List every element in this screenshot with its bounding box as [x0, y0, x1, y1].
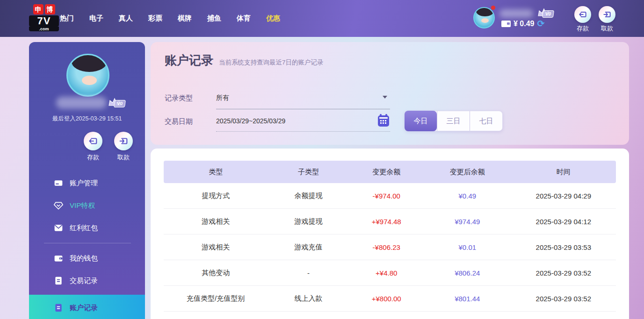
user-avatar[interactable]: [473, 7, 495, 28]
cell-subtype: -: [268, 269, 349, 277]
deposit-icon: [88, 136, 98, 146]
document-icon: [54, 303, 63, 312]
nav-item-sports[interactable]: 体育: [237, 14, 251, 23]
sidebar-item-transaction-records[interactable]: 交易记录: [29, 269, 145, 292]
range-button-3days[interactable]: 三日: [437, 111, 470, 131]
cell-change: +¥800.00: [349, 295, 424, 303]
wallet-icon: [54, 254, 63, 263]
cell-subtype: 游戏充值: [268, 243, 349, 252]
col-header-subtype: 子类型: [268, 168, 349, 177]
nav-item-slots[interactable]: 电子: [89, 14, 103, 23]
records-table-card: 类型 子类型 变更余额 变更后余额 时间 提现方式 余额提现 -¥974.00 …: [151, 149, 629, 319]
nav-item-hot[interactable]: 热门: [60, 14, 74, 23]
cell-time: 2025-03-29 03:52: [511, 295, 616, 303]
calendar-icon[interactable]: [378, 115, 389, 127]
sidebar-item-vip-privileges[interactable]: VIP特权: [29, 194, 145, 217]
vip-gem-icon: [54, 201, 63, 210]
col-header-time: 时间: [511, 168, 616, 177]
logo-badge-1: 申: [33, 4, 43, 14]
logo-badge-2: 博: [45, 4, 55, 14]
col-header-after: 变更后余额: [424, 168, 511, 177]
table-row: 游戏相关 游戏提现 +¥974.48 ¥974.49 2025-03-29 04…: [164, 209, 616, 234]
menu-label: 账户记录: [70, 304, 98, 312]
sidebar-withdraw-label: 取款: [113, 153, 134, 162]
sidebar-username-blurred: [56, 97, 107, 109]
wallet-icon: [501, 21, 511, 27]
record-type-label: 记录类型: [165, 94, 193, 103]
cell-after: ¥0.49: [424, 192, 511, 200]
cell-type: 游戏相关: [164, 217, 268, 226]
cell-subtype: 游戏提现: [268, 217, 349, 226]
cell-after: ¥806.24: [424, 269, 511, 277]
logo-7v: 7V: [29, 15, 59, 27]
deposit-label[interactable]: 存款: [569, 24, 597, 33]
nav-item-fishing[interactable]: 捕鱼: [207, 14, 221, 23]
cell-change: +¥974.48: [349, 218, 424, 226]
cell-after: ¥801.44: [424, 295, 511, 303]
menu-label: 账户管理: [70, 179, 98, 188]
nav-item-cards[interactable]: 棋牌: [178, 14, 192, 23]
cell-type: 提现方式: [164, 191, 268, 200]
envelope-icon: [54, 223, 63, 233]
col-header-change: 变更余额: [349, 168, 424, 177]
sidebar-item-bonus-redpacket[interactable]: 红利红包: [29, 217, 145, 239]
menu-label: 我的钱包: [70, 254, 98, 263]
cell-after: ¥0.01: [424, 243, 511, 251]
sidebar-item-account-records[interactable]: 账户记录: [29, 295, 145, 319]
vip-level-badge: V0: [542, 10, 554, 18]
chevron-down-icon[interactable]: [383, 96, 387, 99]
range-button-today[interactable]: 今日: [405, 111, 437, 131]
username-blurred: [499, 9, 533, 18]
cell-time: 2025-03-29 03:53: [511, 243, 616, 251]
cell-after: ¥974.49: [424, 218, 511, 226]
sidebar-item-account-management[interactable]: 账户管理: [29, 172, 145, 194]
notification-dot: [491, 6, 495, 10]
nav-item-promo[interactable]: 优惠: [266, 14, 280, 23]
deposit-button[interactable]: [574, 6, 591, 23]
page-subtitle: 当前系统支持查询最近7日的账户记录: [219, 58, 324, 67]
sidebar-withdraw-button[interactable]: 取款: [113, 132, 134, 162]
cell-change: +¥4.80: [349, 269, 424, 277]
cell-subtype: 余额提现: [268, 191, 349, 200]
sidebar-deposit-button[interactable]: 存款: [83, 132, 103, 162]
menu-label: VIP特权: [70, 201, 95, 210]
card-icon: [54, 178, 63, 188]
sidebar-menu: 账户管理 VIP特权 红利红包 我的钱包: [29, 172, 145, 319]
cell-type: 其他变动: [164, 269, 268, 277]
menu-label: 交易记录: [70, 276, 98, 285]
last-login-text: 最后登入2025-03-29 15:51: [29, 115, 145, 123]
cell-time: 2025-03-29 04:29: [511, 192, 616, 200]
withdraw-icon: [602, 10, 612, 19]
cell-type: 游戏相关: [164, 243, 268, 252]
logo-com: .com: [29, 27, 59, 31]
col-header-type: 类型: [164, 168, 268, 177]
date-range-value: 2025/03/29~2025/03/29: [216, 117, 285, 125]
balance-row: ¥ 0.49 ⟳: [501, 20, 544, 28]
date-range-input[interactable]: 2025/03/29~2025/03/29: [216, 117, 390, 132]
refresh-balance-icon[interactable]: ⟳: [537, 20, 544, 28]
date-range-label: 交易日期: [165, 117, 193, 126]
table-body: 提现方式 余额提现 -¥974.00 ¥0.49 2025-03-29 04:2…: [164, 183, 616, 312]
main-nav: 热门 电子 真人 彩票 棋牌 捕鱼 体育 优惠: [60, 0, 280, 37]
cell-time: 2025-03-29 03:52: [511, 269, 616, 277]
withdraw-button[interactable]: [599, 6, 615, 23]
filter-card: 账户记录 当前系统支持查询最近7日的账户记录 记录类型 所有 交易日期 2025…: [151, 42, 629, 145]
table-row: 充值类型/充值型别 线上入款 +¥800.00 ¥801.44 2025-03-…: [164, 286, 616, 312]
table-row: 提现方式 余额提现 -¥974.00 ¥0.49 2025-03-29 04:2…: [164, 183, 616, 209]
menu-label: 红利红包: [70, 224, 98, 233]
record-type-select[interactable]: 所有: [216, 94, 390, 109]
nav-item-live[interactable]: 真人: [119, 14, 133, 23]
site-logo[interactable]: 申 博 7V .com: [29, 4, 59, 31]
sidebar-item-my-wallet[interactable]: 我的钱包: [29, 247, 145, 269]
sidebar-deposit-label: 存款: [83, 153, 103, 162]
withdraw-label[interactable]: 取款: [593, 24, 621, 33]
document-icon: [54, 276, 63, 285]
nav-item-lottery[interactable]: 彩票: [148, 14, 162, 23]
range-button-7days[interactable]: 七日: [470, 111, 502, 131]
topbar: 申 博 7V .com 热门 电子 真人 彩票 棋牌 捕鱼 体育 优惠 V0 ¥…: [0, 0, 644, 37]
cell-time: 2025-03-29 04:12: [511, 218, 616, 226]
sidebar-avatar: [66, 54, 109, 97]
withdraw-icon: [118, 136, 129, 146]
menu-divider: [44, 243, 131, 243]
balance-amount: ¥ 0.49: [514, 20, 534, 28]
